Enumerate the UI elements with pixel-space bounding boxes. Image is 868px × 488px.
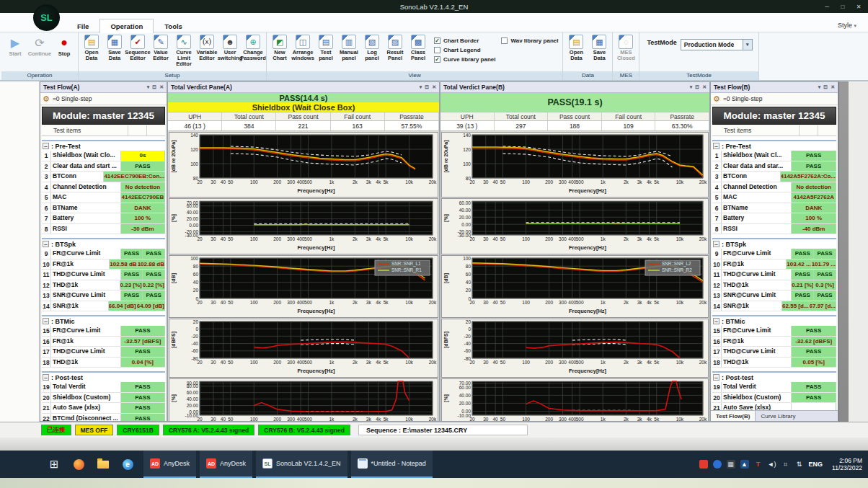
test-item-value: PASS bbox=[121, 382, 165, 392]
ribbon-button-manual-panel[interactable]: ▥Manual panel bbox=[338, 35, 360, 61]
style-menu[interactable]: Style ▾ bbox=[833, 19, 861, 32]
taskbar-app--untitled-notepad[interactable]: *Untitled - Notepad bbox=[351, 451, 433, 478]
svg-text:3k: 3k bbox=[366, 300, 372, 305]
network-icon[interactable]: ⇅ bbox=[795, 460, 804, 469]
tray-app-red-icon[interactable]: T bbox=[754, 460, 763, 469]
tray-shield-icon[interactable]: ▲ bbox=[740, 460, 749, 469]
ribbon-button-mes-closed[interactable]: ◌MES Closed bbox=[615, 35, 637, 61]
ribbon-button-change-password[interactable]: ⊕Change Password bbox=[242, 35, 264, 61]
pin-icon[interactable]: ⊡ bbox=[425, 84, 429, 90]
ribbon-group-view: ◩New Chart◫Arrange windows▤Test panel▥Ma… bbox=[267, 32, 563, 80]
svg-text:40: 40 bbox=[492, 236, 498, 241]
collapse-icon[interactable]: ‒ bbox=[43, 241, 49, 247]
close-icon[interactable]: ✕ bbox=[432, 84, 436, 90]
volume-icon[interactable]: ◄) bbox=[768, 460, 776, 469]
single-step-row-a[interactable]: ⚙ =0 Single-step bbox=[40, 93, 167, 105]
start-button[interactable]: ⊞ bbox=[42, 451, 66, 478]
test-item-value: PASS bbox=[121, 393, 165, 403]
ribbon-button-log-panel[interactable]: ▧Log panel bbox=[361, 35, 383, 61]
single-step-row-b[interactable]: ⚙ =0 Single-step bbox=[711, 93, 838, 105]
test-row: 21Auto Save (xlsx)PASS bbox=[42, 403, 165, 414]
svg-text:50: 50 bbox=[500, 360, 506, 365]
ribbon-button-user-switching[interactable]: ☻User switching bbox=[219, 35, 241, 61]
dock-tab-curve-library[interactable]: Curve Library bbox=[756, 411, 800, 421]
edge-button[interactable]: e bbox=[115, 451, 140, 478]
row-number: 1 bbox=[712, 151, 722, 161]
section-header: ‒: BTSpk bbox=[42, 238, 165, 249]
maximize-button[interactable]: □ bbox=[835, 0, 851, 13]
dropdown-icon[interactable]: ▾ bbox=[818, 84, 821, 90]
minimize-button[interactable]: ─ bbox=[819, 0, 835, 13]
language-indicator[interactable]: ENG bbox=[809, 461, 823, 468]
clock[interactable]: 2:06 PM 11/23/2022 bbox=[828, 457, 862, 471]
ribbon-button-start[interactable]: ▶Start bbox=[4, 35, 27, 57]
ribbon-button-variable-editor[interactable]: ⒳Variable Editor bbox=[196, 35, 218, 61]
ribbon-button-class-panel[interactable]: ▩Class Panel bbox=[407, 35, 429, 61]
ribbon-button-curve-limit-editor[interactable]: ∿Curve Limit Editor bbox=[173, 35, 195, 67]
file-explorer-button[interactable] bbox=[91, 451, 115, 478]
dropdown-icon[interactable]: ▾ bbox=[420, 84, 422, 90]
close-icon[interactable]: ✕ bbox=[702, 84, 707, 90]
ribbon-button-save-data[interactable]: ▦Save Data bbox=[588, 35, 610, 61]
menu-tab-tools[interactable]: Tools bbox=[154, 19, 193, 33]
test-item-name: FR@1k bbox=[722, 337, 792, 347]
ribbon-button-result-panel[interactable]: ▨Result Panel bbox=[384, 35, 406, 61]
test-item-name: FR@Curve Limit bbox=[722, 249, 792, 259]
collapse-icon[interactable]: ‒ bbox=[713, 318, 719, 324]
ribbon-button-test-panel[interactable]: ▤Test panel bbox=[315, 35, 337, 61]
tray-app-blue-icon[interactable] bbox=[713, 460, 722, 469]
ribbon-button-open-data[interactable]: ▤Open Data bbox=[565, 35, 587, 61]
svg-text:20: 20 bbox=[197, 236, 203, 241]
row-number: 21 bbox=[42, 403, 51, 413]
dock-tab-test-flow-b-[interactable]: Test Flow(B) bbox=[711, 411, 756, 421]
tray-app-dark-icon[interactable]: ▦ bbox=[727, 460, 735, 469]
svg-text:30: 30 bbox=[483, 360, 489, 365]
test-row: 21Auto Save (xlsx) bbox=[712, 403, 836, 410]
collapse-icon[interactable]: ‒ bbox=[43, 143, 49, 149]
collapse-icon[interactable]: ‒ bbox=[713, 374, 719, 381]
ribbon-button-stop[interactable]: ●Stop bbox=[53, 35, 76, 57]
taskbar-app-sonolab-v2-1-4-2-en[interactable]: SLSonoLab V2.1.4.2_EN bbox=[256, 451, 347, 478]
pin-icon[interactable]: ⊡ bbox=[152, 84, 156, 90]
checkbox-chart-border[interactable]: ✓Chart Border bbox=[434, 37, 495, 44]
collapse-icon[interactable]: ‒ bbox=[43, 318, 49, 324]
ribbon-button-value-editor[interactable]: ✎Value Editor bbox=[150, 35, 172, 61]
testmode-select[interactable]: Production Mode▾ bbox=[681, 39, 753, 50]
ribbon-button-arrange-windows[interactable]: ◫Arrange windows bbox=[292, 35, 314, 61]
dropdown-icon[interactable]: ▾ bbox=[690, 84, 693, 90]
close-icon[interactable]: ✕ bbox=[831, 84, 835, 90]
test-item-value: PASS bbox=[814, 290, 836, 301]
collapse-icon[interactable]: ‒ bbox=[713, 241, 719, 247]
ribbon-button-save-data[interactable]: ▦Save Data bbox=[104, 35, 125, 61]
ribbon-button-continue[interactable]: ⟳Continue bbox=[28, 35, 51, 57]
checkbox-wav-library-panel[interactable]: Wav library panel bbox=[501, 37, 558, 44]
gear-icon[interactable]: ⚙ bbox=[713, 94, 720, 104]
taskbar-app-anydesk[interactable]: ADAnyDesk bbox=[143, 451, 196, 478]
svg-text:2k: 2k bbox=[353, 300, 358, 305]
collapse-icon[interactable]: ‒ bbox=[43, 374, 49, 381]
svg-text:-60: -60 bbox=[464, 348, 471, 353]
pin-icon[interactable]: ⊡ bbox=[823, 84, 828, 90]
ribbon-button-new-chart[interactable]: ◩New Chart bbox=[269, 35, 291, 61]
checkbox-curve-library-panel[interactable]: ✓Curve library panel bbox=[434, 56, 495, 63]
gear-icon[interactable]: ⚙ bbox=[43, 94, 50, 104]
checkbox-chart-legend[interactable]: Chart Legend bbox=[434, 47, 495, 53]
ime-icon[interactable]: ⌗ bbox=[781, 460, 790, 469]
collapse-icon[interactable]: ‒ bbox=[713, 143, 719, 149]
ribbon-button-open-data[interactable]: ▤Open Data bbox=[81, 35, 102, 61]
svg-text:200: 200 bbox=[273, 360, 281, 365]
dropdown-icon[interactable]: ▾ bbox=[147, 84, 150, 90]
close-icon[interactable]: ✕ bbox=[159, 84, 164, 90]
taskbar-app-label: AnyDesk bbox=[164, 460, 190, 467]
svg-text:200: 200 bbox=[545, 417, 553, 422]
window-right-edge[interactable] bbox=[838, 81, 849, 422]
taskbar-app-anydesk[interactable]: ADAnyDesk bbox=[200, 451, 252, 478]
menu-tab-file[interactable]: File bbox=[66, 19, 99, 33]
search-button[interactable] bbox=[66, 451, 91, 478]
pin-icon[interactable]: ⊡ bbox=[695, 84, 699, 90]
close-button[interactable]: ✕ bbox=[851, 0, 867, 13]
tray-anydesk-icon[interactable] bbox=[699, 460, 708, 469]
menu-tab-operation[interactable]: Operation bbox=[99, 19, 154, 33]
ribbon-button-sequence-editor[interactable]: ✔Sequence Editor bbox=[127, 35, 149, 61]
verdict-banner-a: PASS(14.4 s) bbox=[168, 93, 439, 102]
